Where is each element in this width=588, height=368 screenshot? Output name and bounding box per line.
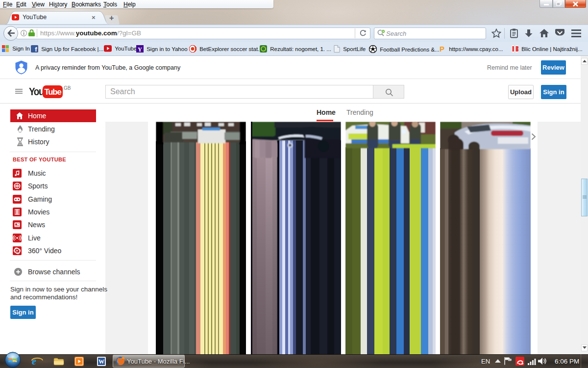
svg-text:P: P	[440, 45, 444, 53]
svg-text:f: f	[35, 46, 37, 53]
svg-text:W: W	[98, 358, 104, 365]
svg-text:Y: Y	[138, 46, 143, 53]
